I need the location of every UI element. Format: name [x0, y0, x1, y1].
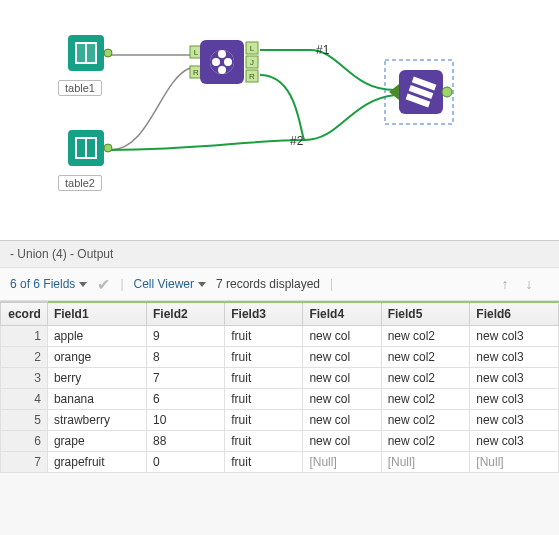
cell[interactable]: new col3 — [470, 431, 559, 452]
anchor-L-out: L — [250, 44, 255, 53]
table-row[interactable]: 5strawberry10fruitnew colnew col2new col… — [1, 410, 559, 431]
column-header-record[interactable]: ecord — [1, 302, 48, 326]
table-row[interactable]: 1apple9fruitnew colnew col2new col3 — [1, 326, 559, 347]
cell[interactable]: 7 — [147, 368, 225, 389]
column-header-field1[interactable]: Field1 — [47, 302, 146, 326]
results-toolbar: 6 of 6 Fields ✔ | Cell Viewer 7 records … — [0, 268, 559, 301]
separator: | — [330, 277, 333, 291]
row-number: 2 — [1, 347, 48, 368]
svg-point-13 — [224, 58, 232, 66]
cell[interactable]: new col3 — [470, 347, 559, 368]
column-header-field2[interactable]: Field2 — [147, 302, 225, 326]
input-tool-table2-label[interactable]: table2 — [58, 175, 102, 191]
separator: | — [120, 277, 123, 291]
cell[interactable]: new col — [303, 326, 381, 347]
branch-label-1: #1 — [316, 43, 330, 57]
cell[interactable]: 88 — [147, 431, 225, 452]
svg-point-6 — [104, 144, 112, 152]
cell[interactable]: [Null] — [303, 452, 381, 473]
table-row[interactable]: 2orange8fruitnew colnew col2new col3 — [1, 347, 559, 368]
cell[interactable]: fruit — [225, 326, 303, 347]
row-number: 7 — [1, 452, 48, 473]
cell[interactable]: new col2 — [381, 326, 470, 347]
cell[interactable]: strawberry — [47, 410, 146, 431]
table-row[interactable]: 3berry7fruitnew colnew col2new col3 — [1, 368, 559, 389]
cell[interactable]: new col3 — [470, 326, 559, 347]
cell[interactable]: new col — [303, 368, 381, 389]
cell[interactable]: fruit — [225, 452, 303, 473]
next-button[interactable]: ↓ — [519, 274, 539, 294]
cell-viewer-dropdown[interactable]: Cell Viewer — [134, 277, 206, 291]
cell[interactable]: 6 — [147, 389, 225, 410]
cell[interactable]: orange — [47, 347, 146, 368]
column-header-field5[interactable]: Field5 — [381, 302, 470, 326]
column-header-field3[interactable]: Field3 — [225, 302, 303, 326]
cell[interactable]: new col2 — [381, 410, 470, 431]
cell[interactable]: 9 — [147, 326, 225, 347]
row-number: 5 — [1, 410, 48, 431]
cell[interactable]: banana — [47, 389, 146, 410]
cell[interactable]: new col — [303, 431, 381, 452]
cell[interactable]: new col2 — [381, 389, 470, 410]
cell[interactable]: new col — [303, 389, 381, 410]
cell[interactable]: 8 — [147, 347, 225, 368]
cell[interactable]: fruit — [225, 368, 303, 389]
input-tool-table2-icon — [68, 130, 112, 166]
cell[interactable]: [Null] — [470, 452, 559, 473]
cell[interactable]: new col — [303, 347, 381, 368]
cell[interactable]: fruit — [225, 389, 303, 410]
cell[interactable]: 0 — [147, 452, 225, 473]
results-panel: - Union (4) - Output 6 of 6 Fields ✔ | C… — [0, 240, 559, 535]
svg-point-14 — [218, 50, 226, 58]
anchor-R-out: R — [249, 72, 255, 81]
prev-button[interactable]: ↑ — [495, 274, 515, 294]
cell[interactable]: grape — [47, 431, 146, 452]
cell[interactable]: 10 — [147, 410, 225, 431]
cell[interactable]: new col3 — [470, 389, 559, 410]
svg-marker-20 — [389, 84, 399, 100]
cell[interactable]: new col3 — [470, 368, 559, 389]
svg-point-25 — [442, 87, 452, 97]
svg-point-3 — [104, 49, 112, 57]
cell[interactable]: berry — [47, 368, 146, 389]
chevron-down-icon — [198, 282, 206, 287]
anchor-R-in: R — [193, 68, 199, 77]
table-row[interactable]: 4banana6fruitnew colnew col2new col3 — [1, 389, 559, 410]
column-header-field4[interactable]: Field4 — [303, 302, 381, 326]
column-header-field6[interactable]: Field6 — [470, 302, 559, 326]
row-number: 1 — [1, 326, 48, 347]
records-displayed-text: 7 records displayed — [216, 277, 320, 291]
table-row[interactable]: 7grapefruit0fruit[Null][Null][Null] — [1, 452, 559, 473]
cell[interactable]: new col — [303, 410, 381, 431]
anchor-J-out: J — [250, 58, 254, 67]
row-number: 6 — [1, 431, 48, 452]
cell[interactable]: fruit — [225, 347, 303, 368]
input-tool-table1-label[interactable]: table1 — [58, 80, 102, 96]
cell[interactable]: fruit — [225, 431, 303, 452]
union-tool-icon[interactable] — [385, 60, 453, 124]
fields-summary-text: 6 of 6 Fields — [10, 277, 75, 291]
branch-label-2: #2 — [290, 134, 304, 148]
cell[interactable]: grapefruit — [47, 452, 146, 473]
chevron-down-icon — [79, 282, 87, 287]
row-number: 4 — [1, 389, 48, 410]
cell[interactable]: [Null] — [381, 452, 470, 473]
cell-viewer-label: Cell Viewer — [134, 277, 194, 291]
cell[interactable]: apple — [47, 326, 146, 347]
workflow-canvas[interactable]: L R L J R — [0, 0, 559, 240]
cell[interactable]: new col2 — [381, 431, 470, 452]
svg-point-15 — [218, 66, 226, 74]
results-header: - Union (4) - Output — [0, 241, 559, 268]
anchor-L-in: L — [194, 48, 199, 57]
join-tool-icon[interactable]: L R L J R — [190, 40, 258, 84]
results-table[interactable]: ecordField1Field2Field3Field4Field5Field… — [0, 301, 559, 473]
cell[interactable]: fruit — [225, 410, 303, 431]
fields-dropdown[interactable]: 6 of 6 Fields — [10, 277, 87, 291]
cell[interactable]: new col3 — [470, 410, 559, 431]
row-number: 3 — [1, 368, 48, 389]
cell[interactable]: new col2 — [381, 347, 470, 368]
table-row[interactable]: 6grape88fruitnew colnew col2new col3 — [1, 431, 559, 452]
input-tool-table1-icon — [68, 35, 112, 71]
cell[interactable]: new col2 — [381, 368, 470, 389]
check-icon: ✔ — [97, 275, 110, 294]
